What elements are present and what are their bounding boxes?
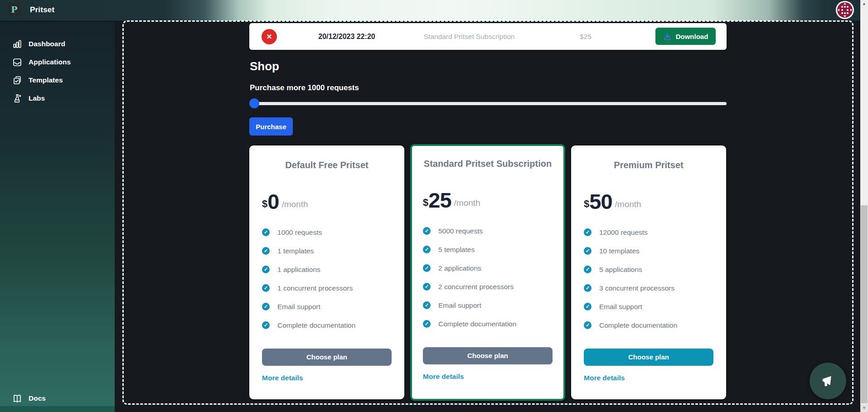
more-details-link[interactable]: More details bbox=[262, 374, 303, 382]
sidebar-item-label: Labs bbox=[29, 94, 45, 102]
feature-label: Email support bbox=[599, 303, 642, 311]
vertical-scrollbar: ▲ ▼ bbox=[860, 0, 868, 412]
check-circle-icon: ✓ bbox=[584, 266, 592, 273]
invoice-amount: $25 bbox=[554, 33, 617, 41]
sidebar-item-label: Dashboard bbox=[29, 40, 65, 48]
slider-track[interactable] bbox=[249, 102, 727, 105]
feature-label: 1 concurrent processors bbox=[277, 284, 353, 292]
megaphone-icon bbox=[820, 373, 836, 389]
check-circle-icon: ✓ bbox=[584, 228, 592, 236]
choose-plan-button[interactable]: Choose plan bbox=[584, 349, 713, 366]
feature-item: ✓Email support bbox=[423, 301, 553, 310]
feature-label: 1000 requests bbox=[277, 228, 322, 237]
feature-item: ✓1000 requests bbox=[262, 228, 392, 237]
feature-item: ✓Email support bbox=[262, 303, 392, 311]
scrollbar-thumb[interactable] bbox=[861, 205, 868, 403]
open-book-icon bbox=[12, 393, 22, 403]
sidebar-item-applications[interactable]: Applications bbox=[0, 53, 115, 71]
more-details-link[interactable]: More details bbox=[584, 374, 625, 382]
download-label: Download bbox=[676, 33, 708, 40]
sidebar-item-docs[interactable]: Docs bbox=[0, 390, 115, 407]
feature-label: Complete documentation bbox=[599, 321, 677, 330]
sidebar-item-label: Docs bbox=[29, 394, 46, 402]
purchase-button[interactable]: Purchase bbox=[249, 117, 293, 136]
plan-price: $ 0 /month bbox=[262, 192, 392, 212]
check-circle-icon: ✓ bbox=[423, 246, 431, 253]
feature-list: ✓5000 requests ✓5 templates ✓2 applicati… bbox=[423, 227, 553, 328]
feature-list: ✓1000 requests ✓1 templates ✓1 applicati… bbox=[262, 228, 392, 330]
check-circle-icon: ✓ bbox=[423, 283, 431, 291]
feature-item: ✓10 templates bbox=[584, 247, 713, 255]
price-period: /month bbox=[615, 199, 641, 209]
avatar-identicon-icon bbox=[835, 0, 854, 19]
feature-item: ✓1 templates bbox=[262, 247, 392, 255]
feature-item: ✓Email support bbox=[584, 303, 713, 311]
feature-list: ✓12000 requests ✓10 templates ✓5 applica… bbox=[584, 228, 713, 330]
check-circle-icon: ✓ bbox=[584, 303, 592, 310]
check-circle-icon: ✓ bbox=[423, 320, 431, 328]
sidebar-item-label: Templates bbox=[29, 76, 63, 84]
plan-card-standard: Standard Pritset Subscription $ 25 /mont… bbox=[410, 144, 565, 401]
check-circle-icon: ✓ bbox=[423, 264, 431, 272]
download-button[interactable]: Download bbox=[655, 28, 716, 45]
price-currency: $ bbox=[262, 198, 267, 210]
requests-slider[interactable] bbox=[249, 98, 727, 108]
price-number: 25 bbox=[428, 190, 451, 211]
inbox-icon bbox=[12, 57, 22, 67]
feature-item: ✓Complete documentation bbox=[262, 321, 392, 330]
check-circle-icon: ✓ bbox=[262, 266, 270, 273]
feature-label: Email support bbox=[277, 303, 320, 311]
scrollbar-down-arrow[interactable]: ▼ bbox=[860, 404, 868, 412]
feature-label: 12000 requests bbox=[599, 228, 648, 237]
feature-item: ✓5 applications bbox=[584, 266, 713, 274]
check-circle-icon: ✓ bbox=[262, 284, 270, 292]
error-x-icon: ✕ bbox=[262, 29, 277, 44]
check-circle-icon: ✓ bbox=[584, 247, 592, 255]
brand-logo[interactable]: P bbox=[8, 3, 21, 15]
app-title[interactable]: Pritset bbox=[30, 5, 54, 15]
app-screen: P Pritset Dashboard bbox=[0, 0, 868, 412]
price-currency: $ bbox=[423, 197, 428, 208]
feature-label: 5 templates bbox=[438, 246, 475, 254]
check-circle-icon: ✓ bbox=[262, 247, 270, 255]
invoice-product: Standard Pritset Subscription bbox=[399, 33, 539, 41]
feature-item: ✓5000 requests bbox=[423, 227, 553, 235]
slider-thumb[interactable] bbox=[249, 98, 259, 108]
price-number: 0 bbox=[267, 192, 279, 212]
choose-plan-button[interactable]: Choose plan bbox=[262, 349, 392, 366]
announcements-fab-button[interactable] bbox=[810, 363, 846, 399]
feature-item: ✓5 templates bbox=[423, 246, 553, 254]
sidebar-item-dashboard[interactable]: Dashboard bbox=[0, 35, 115, 53]
feature-item: ✓1 concurrent processors bbox=[262, 284, 392, 292]
bar-chart-icon bbox=[12, 39, 22, 49]
check-circle-icon: ✓ bbox=[584, 284, 592, 292]
invoice-row: ✕ 20/12/2023 22:20 Standard Pritset Subs… bbox=[249, 23, 727, 50]
price-period: /month bbox=[281, 199, 308, 209]
shop-heading: Shop bbox=[250, 59, 279, 73]
slider-label: Purchase more 1000 requests bbox=[250, 83, 359, 92]
top-bar: P Pritset bbox=[0, 0, 868, 22]
sidebar-item-templates[interactable]: Templates bbox=[0, 72, 115, 89]
feature-item: ✓12000 requests bbox=[584, 228, 713, 237]
check-circle-icon: ✓ bbox=[423, 227, 431, 235]
user-avatar[interactable] bbox=[835, 0, 854, 19]
feature-item: ✓2 applications bbox=[423, 264, 553, 272]
feature-item: ✓Complete documentation bbox=[423, 320, 553, 328]
plan-card-premium: Premium Pritset $ 50 /month ✓12000 reque… bbox=[571, 145, 726, 399]
plan-title: Premium Pritset bbox=[584, 160, 713, 170]
feature-label: Email support bbox=[438, 301, 481, 310]
check-circle-icon: ✓ bbox=[423, 301, 431, 309]
check-circle-icon: ✓ bbox=[262, 303, 270, 310]
feature-label: 2 concurrent processors bbox=[438, 283, 514, 291]
feature-label: 5000 requests bbox=[438, 227, 483, 235]
choose-plan-button[interactable]: Choose plan bbox=[423, 347, 553, 364]
feature-item: ✓Complete documentation bbox=[584, 321, 713, 330]
scrollbar-up-arrow[interactable]: ▲ bbox=[860, 0, 868, 8]
feature-label: 1 applications bbox=[277, 266, 320, 274]
sidebar: Dashboard Applications Templates Labs bbox=[0, 22, 115, 412]
feature-item: ✓1 applications bbox=[262, 266, 392, 274]
price-period: /month bbox=[454, 198, 480, 208]
more-details-link[interactable]: More details bbox=[423, 373, 464, 381]
feature-label: Complete documentation bbox=[277, 321, 355, 330]
sidebar-item-labs[interactable]: Labs bbox=[0, 90, 115, 107]
